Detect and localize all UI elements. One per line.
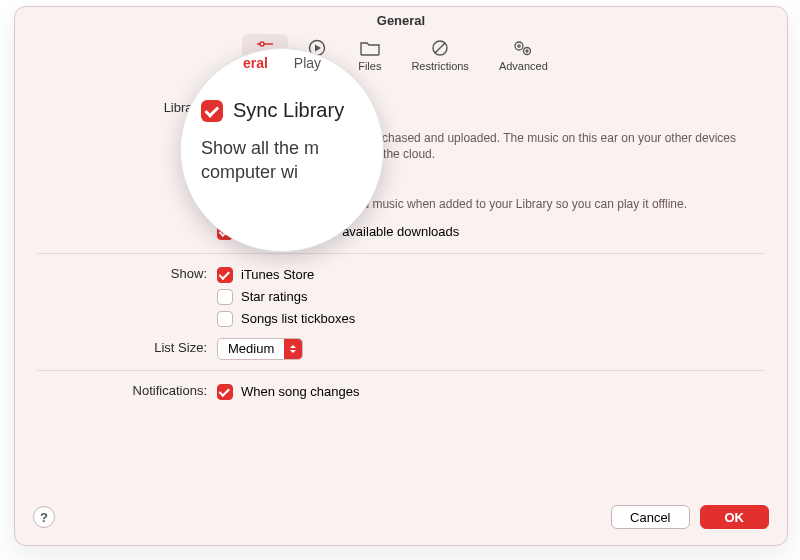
tab-files[interactable]: Files — [346, 34, 393, 76]
ok-button[interactable]: OK — [700, 505, 770, 529]
tab-label: Files — [358, 60, 381, 72]
svg-line-6 — [435, 43, 445, 53]
song-changes-checkbox[interactable] — [217, 384, 233, 400]
svg-point-2 — [260, 42, 264, 46]
footer: ? Cancel OK — [15, 495, 787, 545]
sync-library-label-zoom: Sync Library — [233, 99, 344, 122]
window-title: General — [15, 7, 787, 30]
star-ratings-label: Star ratings — [241, 289, 307, 304]
folder-icon — [359, 38, 381, 58]
tab-label: Restrictions — [411, 60, 468, 72]
sync-library-checkbox-zoom[interactable] — [201, 100, 223, 122]
tab-advanced[interactable]: Advanced — [487, 34, 560, 76]
itunes-store-checkbox[interactable] — [217, 267, 233, 283]
tab-restrictions[interactable]: Restrictions — [399, 34, 480, 76]
songs-tickboxes-label: Songs list tickboxes — [241, 311, 355, 326]
star-ratings-checkbox[interactable] — [217, 289, 233, 305]
restrictions-icon — [429, 38, 451, 58]
itunes-store-label: iTunes Store — [241, 267, 314, 282]
cancel-button[interactable]: Cancel — [611, 505, 689, 529]
song-changes-label: When song changes — [241, 384, 360, 399]
help-button[interactable]: ? — [33, 506, 55, 528]
divider — [37, 253, 765, 254]
svg-point-8 — [518, 45, 520, 47]
content-area: Library: you've added, purchased and upl… — [15, 86, 787, 407]
divider — [37, 370, 765, 371]
list-size-select[interactable]: Medium — [217, 338, 303, 360]
section-label-notifications: Notifications: — [37, 381, 217, 398]
section-label-show: Show: — [37, 264, 217, 281]
tab-bar: eral Play Files Restrictions Advanced — [15, 30, 787, 86]
songs-tickboxes-checkbox[interactable] — [217, 311, 233, 327]
magnifier-callout: eralPlay Sync Library Show all the m com… — [180, 48, 384, 252]
gears-icon — [512, 38, 534, 58]
stepper-icon — [284, 339, 302, 359]
preferences-window: General eral Play Files Restrictions — [14, 6, 788, 546]
svg-point-10 — [526, 50, 528, 52]
sync-library-desc-zoom: Show all the m computer wi — [201, 122, 379, 185]
svg-point-9 — [524, 48, 531, 55]
section-label-list-size: List Size: — [37, 338, 217, 355]
svg-point-7 — [515, 42, 523, 50]
list-size-value: Medium — [218, 341, 284, 356]
tab-label: Advanced — [499, 60, 548, 72]
